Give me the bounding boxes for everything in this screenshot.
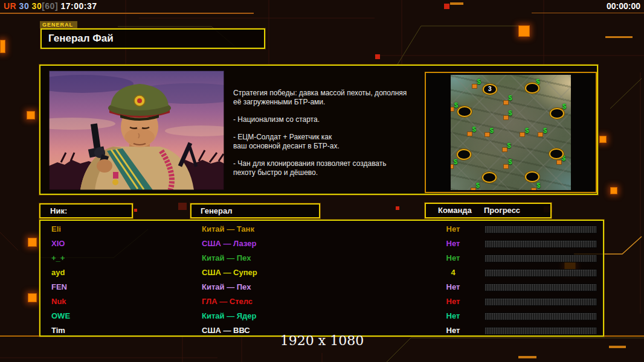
progress-bar [485, 298, 597, 306]
header-general: Генерал [190, 203, 320, 218]
decor-square [27, 111, 35, 119]
header-nick-label: Ник: [50, 206, 67, 215]
oil-derrick-marker [471, 188, 476, 190]
start-position-marker [550, 108, 564, 119]
start-position-marker [482, 172, 497, 183]
supply-dollar-marker: $ [507, 142, 511, 149]
player-row: FENКитай — ПехНет [40, 281, 603, 294]
player-nick: ayd [51, 268, 65, 277]
general-title-box: Генерал Фай [40, 28, 265, 49]
player-row: EliКитай — ТанкНет [40, 223, 603, 237]
general-title: Генерал Фай [48, 33, 264, 45]
oil-derrick-marker [472, 84, 477, 89]
player-nick: FEN [51, 282, 67, 291]
oil-derrick-marker [502, 147, 507, 152]
stat-segment: 30 [29, 1, 42, 11]
decor-square [178, 203, 187, 210]
start-position-marker [549, 148, 564, 159]
player-row: XIOСША — ЛазерНет [40, 238, 603, 251]
oil-derrick-marker [467, 132, 472, 136]
stat-segment: 30 [16, 1, 29, 11]
player-team: Нет [433, 297, 473, 306]
strategy-paragraph: - ЕЦМ-Солдат + Ракетчик как ваш основной… [233, 133, 423, 151]
supply-dollar-marker: $ [477, 78, 481, 85]
decor-square [28, 293, 37, 302]
supply-dollar-marker: $ [509, 94, 512, 101]
strategy-text: Стратегия победы: давка массой пехоты, д… [233, 89, 423, 186]
supply-dollar-marker: $ [536, 182, 540, 189]
resolution-label: 1920 x 1080 [0, 333, 644, 348]
player-team: Нет [433, 239, 473, 248]
decor-dash [518, 356, 536, 358]
top-bar-underline [0, 13, 254, 14]
start-position-marker [457, 106, 472, 117]
player-team: 4 [433, 268, 473, 277]
player-team: Нет [433, 224, 473, 233]
minimap-panel: $$$$$$$$$$$$$$$$3 [425, 72, 597, 193]
progress-bar [485, 226, 597, 233]
player-general: Китай — Танк [202, 224, 254, 233]
progress-bar [485, 313, 597, 320]
supply-dollar-marker: $ [454, 158, 457, 165]
supply-dollar-marker: $ [525, 127, 529, 134]
player-row: +_+Китай — ПехНет [40, 252, 603, 265]
player-nick: OWE [51, 311, 70, 320]
oil-derrick-marker [538, 132, 543, 137]
supply-dollar-marker: $ [509, 158, 512, 165]
progress-bar [485, 240, 597, 248]
supply-dollar-marker: $ [543, 127, 547, 134]
supply-dollar-marker: $ [476, 182, 480, 189]
stat-segment: 17:00:37 [58, 1, 97, 11]
supply-dollar-marker: $ [562, 103, 566, 110]
match-stats-readout: UR 30 30[60] 17:00:37 [4, 1, 97, 11]
start-position-marker [525, 171, 539, 182]
decor-square [610, 187, 617, 194]
supply-dollar-marker: $ [490, 127, 494, 134]
general-info-panel: Стратегия победы: давка массой пехоты, д… [39, 65, 598, 195]
player-row: OWEКитай — ЯдерНет [40, 310, 603, 323]
decor-square [375, 54, 380, 59]
supply-dollar-marker: $ [509, 109, 512, 116]
player-general: США — Лазер [202, 239, 256, 248]
oil-derrick-marker [520, 132, 525, 137]
strategy-paragraph: - Национализм со старта. [233, 115, 423, 124]
header-progress-label: Прогресс [484, 206, 520, 215]
decor-square [0, 40, 5, 53]
oil-derrick-marker [556, 160, 562, 165]
oil-derrick-marker [531, 188, 536, 190]
start-position-marker [457, 149, 471, 160]
player-general: Китай — Пех [202, 282, 251, 291]
player-nick: XIO [51, 239, 65, 248]
player-nick: +_+ [51, 253, 65, 262]
stat-segment: UR [4, 1, 16, 11]
player-row: NukГЛА — СтелсНет [40, 296, 603, 309]
oil-derrick-marker [503, 100, 509, 105]
general-portrait [49, 71, 224, 190]
top-bar: UR 30 30[60] 17:00:37 00:00:00 [0, 0, 644, 14]
player-general: Китай — Ядер [202, 311, 257, 320]
player-nick: Eli [51, 224, 61, 233]
player-nick: Nuk [51, 297, 66, 306]
header-team-progress: Команда Прогресс [425, 203, 552, 218]
oil-derrick-marker [503, 115, 509, 120]
player-general: Китай — Пех [202, 253, 251, 262]
player-general: США — Супер [202, 268, 257, 277]
decor-square [396, 206, 399, 210]
player-table: EliКитай — ТанкНетXIOСША — ЛазерНет+_+Ки… [39, 220, 604, 337]
decor-square [599, 136, 607, 143]
start-position-marker: 3 [483, 84, 497, 95]
decor-dash [605, 36, 633, 38]
minimap: $$$$$$$$$$$$$$$$3 [451, 75, 571, 190]
header-general-label: Генерал [201, 206, 232, 215]
progress-bar [485, 255, 597, 262]
header-team-label: Команда [438, 206, 472, 215]
oil-derrick-marker [485, 132, 490, 137]
strategy-paragraph: - Чан для клонирования позволяет создава… [233, 159, 423, 177]
decor-square [28, 238, 37, 247]
portrait-art [49, 71, 224, 190]
player-row: aydСША — Супер4 [40, 267, 603, 280]
strategy-paragraph: Стратегия победы: давка массой пехоты, д… [233, 89, 423, 107]
stat-segment: [60] [42, 1, 58, 11]
decor-square [134, 209, 137, 212]
player-team: Нет [433, 282, 473, 291]
